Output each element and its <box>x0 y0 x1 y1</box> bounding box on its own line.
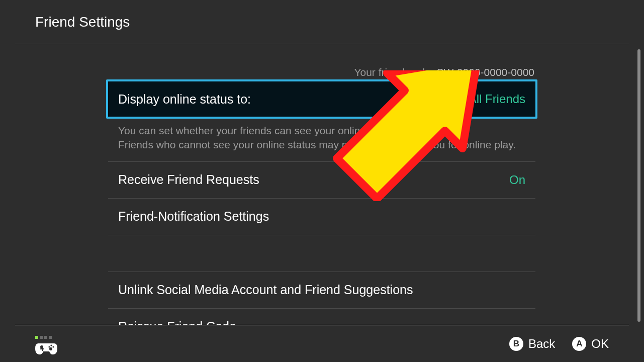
footer: B Back A OK <box>15 325 629 362</box>
row-label: Display online status to: <box>118 92 251 107</box>
desc-line: Friends who cannot see your online statu… <box>118 138 525 152</box>
row-reissue-friend-code[interactable]: Reissue Friend Code <box>108 309 535 325</box>
desc-line: You can set whether your friends can see… <box>118 124 525 138</box>
row-display-online-status[interactable]: Display online status to: All Friends <box>106 79 537 119</box>
footer-actions: B Back A OK <box>509 337 609 351</box>
a-button-icon: A <box>572 337 586 351</box>
row-label: Receive Friend Requests <box>118 172 259 187</box>
row-label: Unlink Social Media Account and Friend S… <box>118 283 413 297</box>
row-friend-notification-settings[interactable]: Friend-Notification Settings <box>108 199 535 235</box>
ok-label: OK <box>591 337 609 351</box>
friend-code-value: SW-0000-0000-0000 <box>436 66 534 78</box>
player-dot <box>44 336 47 339</box>
row-label: Friend-Notification Settings <box>118 209 269 224</box>
svg-point-3 <box>50 344 52 346</box>
row-receive-friend-requests[interactable]: Receive Friend Requests On <box>108 162 535 198</box>
svg-point-6 <box>50 347 52 349</box>
controller-indicator <box>35 336 57 354</box>
row-description: You can set whether your friends can see… <box>108 118 535 161</box>
row-unlink-social-media[interactable]: Unlink Social Media Account and Friend S… <box>108 272 535 308</box>
back-label: Back <box>528 337 555 351</box>
player-dot <box>49 336 52 339</box>
player-dot <box>40 336 43 339</box>
page-title: Friend Settings <box>15 14 130 30</box>
row-value: All Friends <box>469 92 525 106</box>
svg-point-5 <box>48 346 50 347</box>
row-value: On <box>509 173 525 187</box>
content: Your friend code: SW-0000-0000-0000 Disp… <box>0 44 644 325</box>
player-dot <box>35 336 38 339</box>
menu-list: Display online status to: All Friends Yo… <box>108 80 535 325</box>
header: Friend Settings <box>15 0 629 44</box>
svg-point-4 <box>52 346 54 347</box>
back-button[interactable]: B Back <box>509 337 555 351</box>
friend-code: Your friend code: SW-0000-0000-0000 <box>354 66 534 78</box>
controller-icon <box>35 341 57 354</box>
row-label: Reissue Friend Code <box>118 319 236 325</box>
svg-rect-8 <box>42 347 43 351</box>
spacer <box>108 235 535 272</box>
ok-button[interactable]: A OK <box>572 337 609 351</box>
b-button-icon: B <box>509 337 523 351</box>
player-dots <box>35 336 52 339</box>
friend-code-label: Your friend code: <box>354 66 433 78</box>
